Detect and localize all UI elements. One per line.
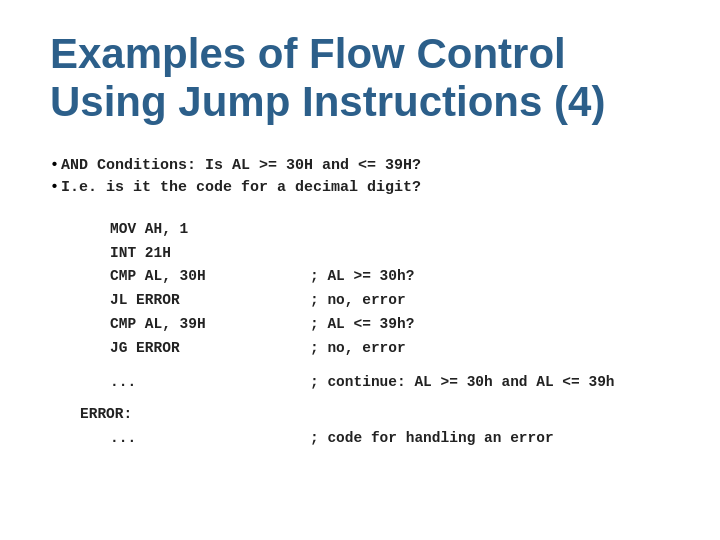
error-comment: ; code for handling an error	[310, 427, 554, 451]
code-instruction-2: INT 21H	[110, 242, 310, 266]
code-instruction-4: JL ERROR	[110, 289, 310, 313]
bullet-line-2: •I.e. is it the code for a decimal digit…	[50, 177, 670, 200]
code-instruction-6: JG ERROR	[110, 337, 310, 361]
code-comment-3: ; AL >= 30h?	[310, 265, 414, 289]
code-line-4: JL ERROR ; no, error	[110, 289, 670, 313]
bullet-text-1: AND Conditions: Is AL >= 30H and <= 39H?	[61, 157, 421, 174]
error-instruction: ...	[110, 427, 310, 451]
code-block: MOV AH, 1 INT 21H CMP AL, 30H ; AL >= 30…	[110, 218, 670, 362]
error-code-line: ... ; code for handling an error	[110, 427, 670, 451]
code-comment-5: ; AL <= 39h?	[310, 313, 414, 337]
error-section: ERROR: ... ; code for handling an error	[80, 403, 670, 451]
bullet-points: •AND Conditions: Is AL >= 30H and <= 39H…	[50, 155, 670, 200]
error-label: ERROR:	[80, 403, 670, 427]
bullet-line-1: •AND Conditions: Is AL >= 30H and <= 39H…	[50, 155, 670, 178]
title-line1: Examples of Flow Control	[50, 30, 566, 77]
code-line-5: CMP AL, 39H ; AL <= 39h?	[110, 313, 670, 337]
bullet-text-2: I.e. is it the code for a decimal digit?	[61, 179, 421, 196]
slide-title: Examples of Flow Control Using Jump Inst…	[50, 30, 670, 127]
code-instruction-5: CMP AL, 39H	[110, 313, 310, 337]
bullet-symbol-2: •	[50, 179, 59, 196]
slide: Examples of Flow Control Using Jump Inst…	[0, 0, 720, 540]
continue-comment: ; continue: AL >= 30h and AL <= 39h	[310, 371, 615, 395]
continue-line: ... ; continue: AL >= 30h and AL <= 39h	[110, 371, 670, 395]
code-instruction-3: CMP AL, 30H	[110, 265, 310, 289]
bullet-symbol-1: •	[50, 157, 59, 174]
code-line-2: INT 21H	[110, 242, 670, 266]
code-line-1: MOV AH, 1	[110, 218, 670, 242]
code-line-3: CMP AL, 30H ; AL >= 30h?	[110, 265, 670, 289]
code-comment-4: ; no, error	[310, 289, 406, 313]
continue-instruction: ...	[110, 371, 310, 395]
code-comment-6: ; no, error	[310, 337, 406, 361]
title-line2: Using Jump Instructions (4)	[50, 78, 605, 125]
code-instruction-1: MOV AH, 1	[110, 218, 310, 242]
code-line-6: JG ERROR ; no, error	[110, 337, 670, 361]
